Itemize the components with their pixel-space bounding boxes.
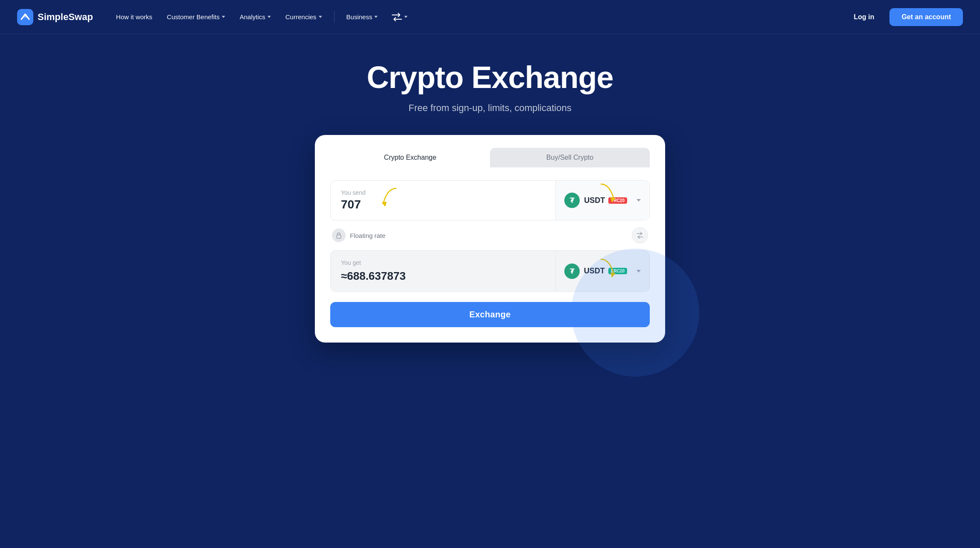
send-currency-info: USDT TRC20: [584, 196, 627, 205]
chevron-down-icon: [222, 16, 225, 18]
get-input-left: You get ≈688.637873: [331, 251, 555, 291]
tab-crypto-exchange[interactable]: Crypto Exchange: [330, 148, 490, 167]
get-account-button[interactable]: Get an account: [889, 8, 963, 26]
send-input-left: You send: [331, 181, 555, 220]
nav-item-business[interactable]: Business: [340, 10, 384, 24]
send-currency-badge: TRC20: [608, 197, 627, 204]
get-currency-badge: ERC20: [608, 268, 627, 274]
tab-buy-sell[interactable]: Buy/Sell Crypto: [490, 148, 650, 167]
nav-links: How it works Customer Benefits Analytics…: [110, 9, 844, 25]
send-label: You send: [341, 189, 545, 196]
hero-section: Crypto Exchange Free from sign-up, limit…: [0, 34, 980, 377]
tether-get-icon: ₮: [564, 264, 580, 279]
get-row: You get ≈688.637873 ₮ USDT ERC20: [330, 250, 650, 292]
nav-item-analytics[interactable]: Analytics: [234, 10, 277, 24]
rate-row: Floating rate: [330, 227, 650, 243]
get-amount: ≈688.637873: [341, 268, 545, 283]
chevron-down-icon: [404, 16, 408, 18]
svg-rect-6: [337, 235, 341, 238]
get-currency-chevron-icon: [637, 270, 641, 273]
svg-text:₮: ₮: [570, 268, 575, 275]
lock-icon: [332, 229, 346, 242]
chevron-down-icon: [374, 16, 378, 18]
nav-divider: [334, 11, 334, 23]
send-currency-name: USDT: [584, 196, 605, 205]
get-label: You get: [341, 259, 545, 266]
navbar: SimpleSwap How it works Customer Benefit…: [0, 0, 980, 34]
brand-name: SimpleSwap: [38, 12, 93, 23]
swap-button[interactable]: [632, 227, 648, 243]
hero-subtitle: Free from sign-up, limits, complications: [408, 103, 571, 114]
nav-item-currencies[interactable]: Currencies: [279, 10, 328, 24]
svg-text:₮: ₮: [570, 197, 575, 204]
hero-title: Crypto Exchange: [367, 60, 613, 95]
logo[interactable]: SimpleSwap: [17, 9, 93, 25]
get-currency-name: USDT: [584, 267, 605, 275]
rate-label: Floating rate: [350, 232, 385, 239]
send-row: You send ₮ USDT TRC20: [330, 180, 650, 220]
get-currency-info: USDT ERC20: [584, 267, 627, 275]
nav-actions: Log in Get an account: [843, 8, 963, 26]
get-currency-selector[interactable]: ₮ USDT ERC20: [555, 251, 649, 291]
tether-send-icon: ₮: [564, 193, 580, 208]
chevron-down-icon: [267, 16, 271, 18]
send-currency-chevron-icon: [637, 199, 641, 202]
nav-item-customer-benefits[interactable]: Customer Benefits: [161, 10, 231, 24]
send-amount-input[interactable]: [341, 198, 545, 211]
exchange-button[interactable]: Exchange: [330, 302, 650, 327]
login-button[interactable]: Log in: [843, 9, 884, 25]
send-currency-selector[interactable]: ₮ USDT TRC20: [555, 181, 649, 220]
chevron-down-icon: [319, 16, 322, 18]
nav-exchange-toggle[interactable]: [386, 9, 413, 25]
card-tabs: Crypto Exchange Buy/Sell Crypto: [330, 148, 650, 167]
exchange-card: Crypto Exchange Buy/Sell Crypto You send…: [315, 135, 665, 343]
nav-item-how-it-works[interactable]: How it works: [110, 10, 158, 24]
